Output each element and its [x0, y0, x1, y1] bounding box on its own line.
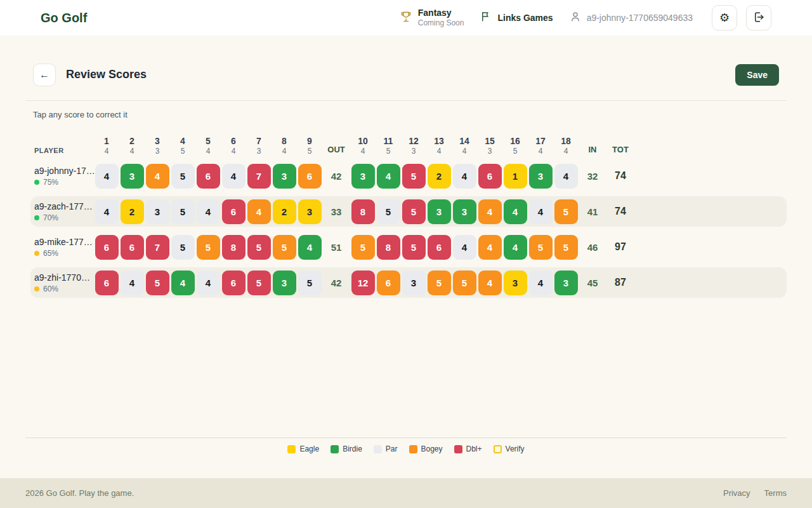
settings-button[interactable]: ⚙ [712, 5, 737, 30]
hole-number: 6 [221, 136, 246, 146]
score-cell[interactable]: 5 [529, 235, 553, 260]
score-cell[interactable]: 4 [529, 271, 553, 295]
hole-number: 1 [94, 136, 119, 146]
score-cell[interactable]: 5 [247, 235, 271, 260]
score-cell[interactable]: 5 [247, 271, 271, 295]
score-cell[interactable]: 6 [298, 164, 322, 189]
nav-item-fantasy[interactable]: Fantasy Coming Soon [400, 8, 464, 29]
score-cell[interactable]: 5 [171, 164, 195, 189]
score-cell[interactable]: 6 [121, 235, 144, 260]
score-cell[interactable]: 3 [554, 271, 578, 295]
hole-header: 165 [502, 136, 528, 156]
score-cell[interactable]: 6 [222, 199, 246, 224]
score-cell[interactable]: 6 [478, 164, 502, 189]
score-cell[interactable]: 6 [428, 235, 451, 260]
footer-link-terms[interactable]: Terms [764, 488, 787, 498]
score-cell[interactable]: 4 [453, 164, 476, 189]
score-cell[interactable]: 3 [121, 164, 144, 189]
score-cell[interactable]: 5 [146, 271, 169, 295]
score-cell[interactable]: 2 [121, 199, 144, 224]
save-button[interactable]: Save [735, 64, 779, 86]
score-cell[interactable]: 8 [377, 235, 400, 260]
score-cell[interactable]: 4 [478, 199, 502, 224]
score-cell[interactable]: 7 [247, 164, 271, 189]
score-cell[interactable]: 4 [554, 164, 578, 189]
score-cell[interactable]: 3 [298, 199, 322, 224]
score-cell[interactable]: 4 [197, 199, 220, 224]
score-cell[interactable]: 5 [197, 235, 220, 260]
tot-value: 97 [606, 241, 634, 253]
score-cell[interactable]: 8 [351, 199, 375, 224]
score-cell[interactable]: 4 [529, 199, 553, 224]
score-cell[interactable]: 3 [529, 164, 553, 189]
score-cell[interactable]: 4 [95, 164, 119, 189]
score-cell[interactable]: 4 [95, 199, 119, 224]
score-cell[interactable]: 4 [298, 235, 322, 260]
score-cell[interactable]: 5 [273, 235, 296, 260]
score-cell[interactable]: 5 [298, 271, 322, 295]
player-info: a9-mike-177…65% [30, 237, 94, 258]
score-cell[interactable]: 4 [171, 271, 195, 295]
player-row: a9-johnny-17…75%434564736423452461343274 [30, 161, 787, 191]
legend-label: Verify [506, 444, 525, 453]
score-cell[interactable]: 3 [146, 199, 169, 224]
player-info: a9-johnny-17…75% [30, 166, 94, 187]
score-cell[interactable]: 4 [222, 164, 246, 189]
score-cell[interactable]: 3 [453, 199, 476, 224]
score-cell[interactable]: 6 [95, 235, 119, 260]
nav-item-links-games[interactable]: Links Games [480, 11, 553, 25]
eagle-swatch-icon [287, 445, 296, 453]
hole-header: 24 [119, 136, 145, 156]
back-button[interactable]: ← [33, 64, 56, 86]
score-cell[interactable]: 5 [428, 271, 451, 295]
score-cell[interactable]: 5 [402, 199, 426, 224]
score-cell[interactable]: 7 [146, 235, 169, 260]
score-cell[interactable]: 3 [428, 199, 451, 224]
score-cell[interactable]: 12 [351, 271, 375, 295]
footer-link-privacy[interactable]: Privacy [723, 488, 750, 498]
score-cell[interactable]: 6 [222, 271, 246, 295]
user-account[interactable]: a9-johnny-1770659049633 [570, 11, 693, 25]
score-cell[interactable]: 4 [478, 235, 502, 260]
score-cell[interactable]: 4 [377, 164, 400, 189]
score-cell[interactable]: 4 [453, 235, 476, 260]
score-cell[interactable]: 4 [146, 164, 169, 189]
in-value: 45 [579, 277, 606, 288]
score-cell[interactable]: 4 [478, 271, 502, 295]
score-cell[interactable]: 5 [554, 199, 578, 224]
score-cell[interactable]: 4 [504, 199, 527, 224]
verify-swatch-icon [494, 445, 502, 453]
score-cell[interactable]: 6 [95, 271, 119, 295]
score-cell[interactable]: 5 [402, 164, 426, 189]
score-cell[interactable]: 3 [504, 271, 527, 295]
player-percent: 60% [43, 284, 58, 293]
score-cell[interactable]: 2 [273, 199, 296, 224]
score-cell[interactable]: 5 [402, 235, 426, 260]
score-cell[interactable]: 5 [377, 199, 400, 224]
hole-number: 9 [297, 136, 322, 146]
legend-label: Dbl+ [466, 444, 482, 453]
score-cell[interactable]: 1 [504, 164, 527, 189]
score-cell[interactable]: 3 [273, 271, 296, 295]
score-cell[interactable]: 6 [377, 271, 400, 295]
score-cell[interactable]: 3 [402, 271, 426, 295]
legend-label: Eagle [299, 444, 319, 453]
score-cell[interactable]: 4 [197, 271, 220, 295]
score-cell[interactable]: 6 [197, 164, 220, 189]
score-cell[interactable]: 3 [351, 164, 375, 189]
score-cell[interactable]: 5 [351, 235, 375, 260]
hole-par: 4 [221, 147, 246, 156]
page-title: Review Scores [66, 68, 147, 81]
score-cell[interactable]: 4 [504, 235, 527, 260]
score-cell[interactable]: 4 [247, 199, 271, 224]
score-cell[interactable]: 8 [222, 235, 246, 260]
score-cell[interactable]: 5 [554, 235, 578, 260]
logout-button[interactable] [746, 5, 771, 30]
score-cell[interactable]: 5 [171, 199, 195, 224]
hole-par: 4 [272, 147, 297, 156]
score-cell[interactable]: 5 [453, 271, 476, 295]
score-cell[interactable]: 2 [428, 164, 451, 189]
score-cell[interactable]: 5 [171, 235, 195, 260]
score-cell[interactable]: 3 [273, 164, 296, 189]
score-cell[interactable]: 4 [121, 271, 144, 295]
